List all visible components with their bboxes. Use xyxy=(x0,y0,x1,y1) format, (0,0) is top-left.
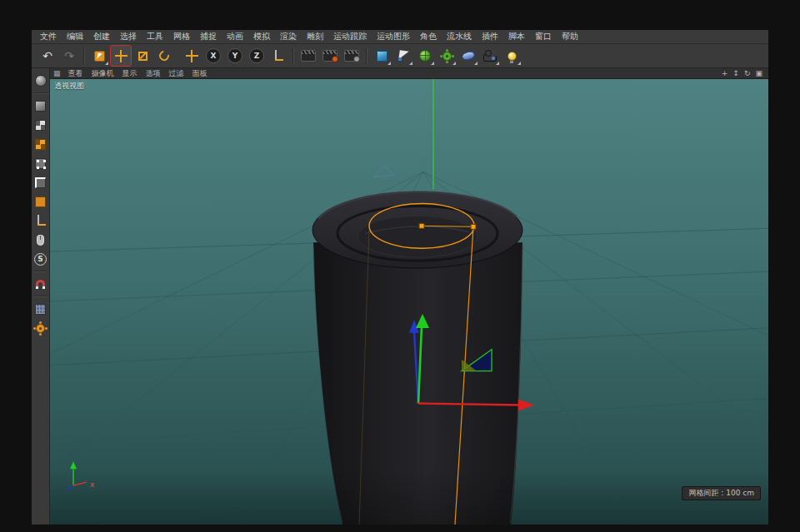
menu-item-17[interactable]: 窗口 xyxy=(530,31,557,42)
make-editable-icon xyxy=(35,75,47,87)
render-picture-viewer-button[interactable] xyxy=(320,46,340,66)
light-object-button[interactable] xyxy=(502,46,522,66)
redo-button[interactable]: ↷ xyxy=(59,46,79,66)
menu-item-0[interactable]: 文件 xyxy=(35,31,62,42)
zoom-view-icon[interactable]: ↕ xyxy=(730,70,742,77)
workplane-mode-icon xyxy=(35,139,46,150)
viewport-menu-item-2[interactable]: 显示 xyxy=(118,68,142,79)
y-axis-lock-button[interactable]: Y xyxy=(225,46,245,66)
viewport-menu-item-3[interactable]: 选项 xyxy=(142,68,165,79)
viewport-menu-item-4[interactable]: 过滤 xyxy=(165,68,188,79)
workplane-tool-button[interactable] xyxy=(32,320,49,336)
toolbar-separator xyxy=(83,47,85,64)
light-bulb-icon xyxy=(508,52,517,61)
render-view-button[interactable] xyxy=(298,46,318,66)
app-window: 文件编辑创建选择工具网格捕捉动画模拟渲染雕刻运动跟踪运动图形角色流水线插件脚本窗… xyxy=(32,30,768,525)
viewport-menu-item-0[interactable]: 查看 xyxy=(64,68,88,79)
coordinate-system-icon xyxy=(272,50,284,62)
live-selection-button[interactable] xyxy=(89,46,109,66)
menu-item-14[interactable]: 流水线 xyxy=(442,31,477,42)
enable-axis-button[interactable] xyxy=(32,212,49,229)
chevron-down-icon xyxy=(105,62,108,65)
rotate-tool-button[interactable] xyxy=(154,46,174,66)
model-mode-button[interactable] xyxy=(32,97,49,114)
menu-item-4[interactable]: 工具 xyxy=(142,31,168,42)
chevron-down-icon xyxy=(409,62,412,65)
menu-item-9[interactable]: 渲染 xyxy=(275,31,302,42)
render-settings-button[interactable] xyxy=(342,46,362,66)
menu-bar: 文件编辑创建选择工具网格捕捉动画模拟渲染雕刻运动跟踪运动图形角色流水线插件脚本窗… xyxy=(32,30,768,44)
axis-icon xyxy=(35,215,47,226)
menu-item-6[interactable]: 捕捉 xyxy=(195,31,222,42)
chevron-down-icon xyxy=(496,62,499,65)
scale-tool-button[interactable] xyxy=(132,46,152,66)
z-axis-icon: Z xyxy=(249,48,264,63)
viewport-panel: ▦ 查看摄像机显示选项过滤面板 +↕↻▣ 透视视图 xyxy=(50,68,768,525)
menu-item-12[interactable]: 运动图形 xyxy=(372,31,415,42)
x-axis-lock-button[interactable]: X xyxy=(203,46,223,66)
move-icon xyxy=(115,50,128,62)
menu-item-15[interactable]: 插件 xyxy=(477,31,503,42)
snap-s-button[interactable]: S xyxy=(32,251,49,267)
y-axis-icon: Y xyxy=(228,48,242,63)
rotate-view-icon[interactable]: ↻ xyxy=(742,70,753,77)
undo-button[interactable]: ↶ xyxy=(38,46,58,66)
viewport-solo-button[interactable] xyxy=(32,231,49,248)
coordinate-system-button[interactable] xyxy=(268,46,288,66)
menu-item-3[interactable]: 选择 xyxy=(115,31,142,42)
spline-pen-button[interactable] xyxy=(393,46,413,66)
edges-mode-button[interactable] xyxy=(32,174,49,191)
viewport-canvas[interactable]: 透视视图 xyxy=(50,79,768,525)
sidebar-separator xyxy=(33,271,48,272)
menu-item-16[interactable]: 脚本 xyxy=(503,31,530,42)
z-axis-lock-button[interactable]: Z xyxy=(247,46,267,66)
lock-workplane-button[interactable] xyxy=(32,301,49,317)
viewport-label: 透视视图 xyxy=(54,81,84,92)
toolbar-separator xyxy=(292,47,294,64)
spline-point-right[interactable] xyxy=(471,224,476,229)
menu-item-18[interactable]: 帮助 xyxy=(557,31,583,42)
make-editable-button[interactable] xyxy=(32,72,49,89)
generator-gear-icon xyxy=(442,52,452,61)
subdivision-surface-button[interactable] xyxy=(415,46,435,66)
snap-magnet-button[interactable] xyxy=(32,276,49,292)
points-mode-button[interactable] xyxy=(32,155,49,172)
bottom-shade xyxy=(50,469,768,525)
edges-mode-icon xyxy=(35,177,46,188)
viewport-menu-bar: ▦ 查看摄像机显示选项过滤面板 +↕↻▣ xyxy=(50,68,768,79)
layout-grid-icon[interactable]: ▦ xyxy=(53,70,61,77)
menu-item-1[interactable]: 编辑 xyxy=(62,31,88,42)
viewport-menu-item-1[interactable]: 摄像机 xyxy=(88,68,118,79)
polygons-mode-icon xyxy=(35,196,46,207)
cube-primitive-button[interactable] xyxy=(372,46,392,66)
workplane-mode-button[interactable] xyxy=(32,136,49,152)
mode-sidebar: S xyxy=(32,68,50,525)
menu-bar-items: 文件编辑创建选择工具网格捕捉动画模拟渲染雕刻运动跟踪运动图形角色流水线插件脚本窗… xyxy=(35,31,583,42)
texture-mode-icon xyxy=(35,120,46,131)
menu-item-13[interactable]: 角色 xyxy=(415,31,442,42)
last-used-tool-button[interactable] xyxy=(182,46,202,66)
generators-button[interactable] xyxy=(437,46,457,66)
viewport-menu-item-5[interactable]: 面板 xyxy=(188,68,212,79)
menu-item-2[interactable]: 创建 xyxy=(88,31,115,42)
move-tool-button[interactable] xyxy=(111,46,131,66)
menu-item-8[interactable]: 模拟 xyxy=(248,31,275,42)
spline-point-center[interactable] xyxy=(419,223,424,228)
toggle-view-icon[interactable]: ▣ xyxy=(752,70,765,77)
chevron-down-icon xyxy=(518,62,521,65)
pan-view-icon[interactable]: + xyxy=(719,70,731,77)
menu-item-10[interactable]: 雕刻 xyxy=(302,31,328,42)
menu-item-5[interactable]: 网格 xyxy=(168,31,195,42)
polygons-mode-button[interactable] xyxy=(32,193,49,210)
texture-mode-button[interactable] xyxy=(32,117,49,133)
redo-icon: ↷ xyxy=(64,50,74,62)
points-mode-icon xyxy=(35,158,46,169)
camera-object-button[interactable] xyxy=(480,46,500,66)
menu-item-7[interactable]: 动画 xyxy=(222,31,248,42)
mouse-icon xyxy=(37,235,44,246)
sky-object-button[interactable] xyxy=(458,46,478,66)
subdivision-surface-icon xyxy=(419,50,431,62)
menu-item-11[interactable]: 运动跟踪 xyxy=(328,31,372,42)
mini-axis-x-label: x xyxy=(90,480,95,489)
rotate-icon xyxy=(158,49,172,63)
